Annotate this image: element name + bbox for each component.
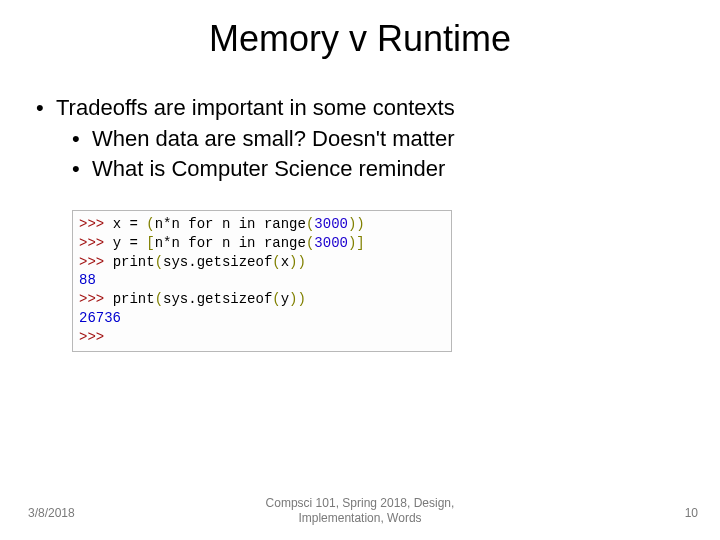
code-var: x — [113, 216, 121, 232]
footer-page-number: 10 — [685, 506, 698, 520]
bullet-top: Tradeoffs are important in some contexts — [30, 94, 690, 123]
code-arg: y — [281, 291, 289, 307]
code-mod: sys — [163, 291, 188, 307]
code-paren: ( — [146, 216, 154, 232]
code-dot: . — [188, 291, 196, 307]
code-paren: ) — [289, 291, 297, 307]
footer-caption-line2: Implementation, Words — [298, 511, 421, 525]
code-kw: in — [239, 216, 256, 232]
code-output-2: 26736 — [79, 309, 445, 328]
prompt-icon: >>> — [79, 216, 104, 232]
code-line-1: >>> x = (n*n for n in range(3000)) — [79, 215, 445, 234]
code-paren: ) — [298, 254, 306, 270]
code-paren: ) — [298, 291, 306, 307]
code-dot: . — [188, 254, 196, 270]
code-paren: ( — [155, 254, 163, 270]
code-op: = — [121, 216, 146, 232]
code-var: y — [113, 235, 121, 251]
slide-body: Tradeoffs are important in some contexts… — [30, 94, 690, 352]
slide-title: Memory v Runtime — [0, 18, 720, 60]
bullet-sub-2: What is Computer Science reminder — [30, 155, 690, 184]
prompt-icon: >>> — [79, 235, 104, 251]
code-paren: ( — [272, 254, 280, 270]
footer-caption-line1: Compsci 101, Spring 2018, Design, — [266, 496, 455, 510]
bullet-sub-1: When data are small? Doesn't matter — [30, 125, 690, 154]
prompt-icon: >>> — [79, 254, 104, 270]
code-call: print — [113, 254, 155, 270]
code-call: range — [256, 216, 306, 232]
code-op: = — [121, 235, 146, 251]
code-kw: for — [188, 216, 213, 232]
code-line-3: >>> print(sys.getsizeof(x)) — [79, 253, 445, 272]
footer-date: 3/8/2018 — [28, 506, 75, 520]
code-mod: sys — [163, 254, 188, 270]
code-kw: in — [239, 235, 256, 251]
code-fn: getsizeof — [197, 291, 273, 307]
code-call: range — [256, 235, 306, 251]
code-output-1: 88 — [79, 271, 445, 290]
footer-caption: Compsci 101, Spring 2018, Design, Implem… — [230, 496, 490, 526]
code-bracket: [ — [146, 235, 154, 251]
code-block: >>> x = (n*n for n in range(3000)) >>> y… — [72, 210, 452, 352]
code-expr: n*n — [155, 235, 189, 251]
code-expr: n*n — [155, 216, 189, 232]
code-line-last-prompt: >>> — [79, 328, 445, 347]
code-expr: n — [213, 235, 238, 251]
code-expr: n — [213, 216, 238, 232]
code-line-2: >>> y = [n*n for n in range(3000)] — [79, 234, 445, 253]
prompt-icon: >>> — [79, 329, 104, 345]
code-arg: x — [281, 254, 289, 270]
code-number: 3000 — [314, 216, 348, 232]
code-kw: for — [188, 235, 213, 251]
code-paren: ( — [272, 291, 280, 307]
code-paren: ) — [356, 216, 364, 232]
code-bracket: ] — [356, 235, 364, 251]
code-call: print — [113, 291, 155, 307]
code-line-5: >>> print(sys.getsizeof(y)) — [79, 290, 445, 309]
code-paren: ) — [289, 254, 297, 270]
prompt-icon: >>> — [79, 291, 104, 307]
code-paren: ( — [155, 291, 163, 307]
slide-footer: 3/8/2018 Compsci 101, Spring 2018, Desig… — [0, 490, 720, 526]
code-fn: getsizeof — [197, 254, 273, 270]
code-number: 3000 — [314, 235, 348, 251]
